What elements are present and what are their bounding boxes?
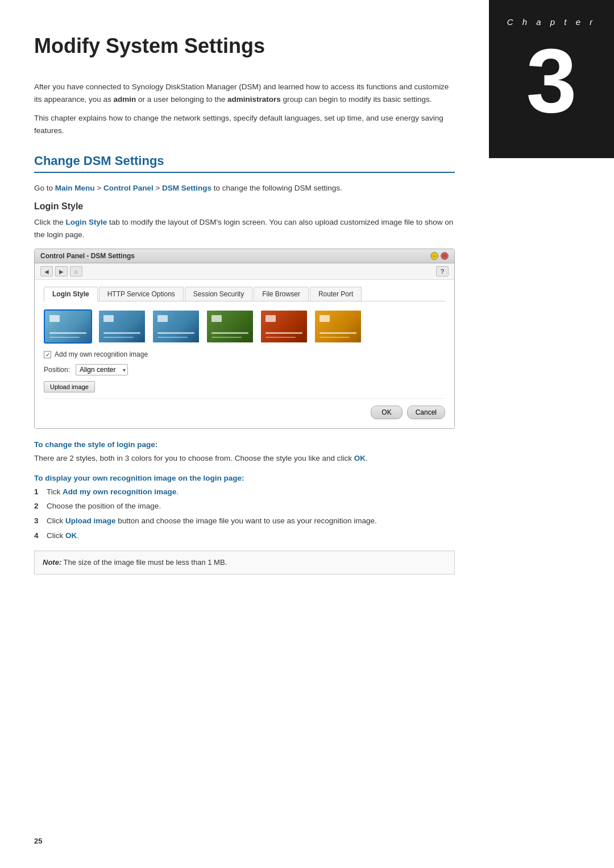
theme-thumb-6[interactable]	[314, 309, 362, 344]
sub-intro-prefix: Click the	[34, 218, 66, 226]
note-box: Note: The size of the image file must be…	[34, 551, 455, 574]
instruction2-heading: To display your own recognition image on…	[34, 474, 455, 482]
dsm-settings-link: DSM Settings	[162, 184, 211, 192]
page-title: Modify System Settings	[34, 34, 455, 58]
intro-text-1c: group can begin to modify its basic sett…	[281, 95, 432, 104]
theme-thumb-5[interactable]	[260, 309, 308, 344]
instruction1-ok-link: OK	[354, 454, 366, 462]
position-select[interactable]: Align center	[76, 364, 128, 375]
steps-list: 1 Tick Add my own recognition image. 2 C…	[34, 486, 455, 542]
step-1-text: Tick Add my own recognition image.	[47, 486, 179, 498]
tab-file-browser[interactable]: File Browser	[254, 287, 309, 301]
theme-thumb-3[interactable]	[152, 309, 200, 344]
cp-back-btn[interactable]: ◀	[40, 266, 53, 276]
upload-button-row: Upload image	[44, 381, 445, 392]
theme-thumb-2[interactable]	[98, 309, 146, 344]
step-2-num: 2	[34, 500, 43, 512]
section-heading: Change DSM Settings	[34, 154, 455, 173]
step-1-bold: Add my own recognition image	[63, 487, 176, 496]
cp-title-text: Control Panel - DSM Settings	[40, 252, 135, 260]
upload-image-button[interactable]: Upload image	[44, 381, 95, 392]
cp-help-btn[interactable]: ?	[436, 266, 449, 276]
section-nav-prefix: Go to	[34, 184, 55, 192]
chapter-number: 3	[526, 35, 577, 126]
step-3: 3 Click Upload image button and choose t…	[34, 515, 455, 527]
cp-titlebar: Control Panel - DSM Settings − ✕	[35, 249, 454, 263]
sub-intro-text: Click the Login Style tab to modify the …	[34, 216, 455, 241]
control-panel-link: Control Panel	[103, 184, 154, 192]
checkbox-label: Add my own recognition image	[55, 350, 148, 358]
instruction1-end: .	[366, 454, 368, 462]
chapter-label: C h a p t e r	[507, 17, 596, 27]
cp-footer: OK Cancel	[44, 398, 445, 419]
step-2: 2 Choose the position of the image.	[34, 500, 455, 512]
position-label: Position:	[44, 366, 70, 374]
cp-navigation: ◀ ▶ ⌂ ?	[35, 263, 454, 280]
step-4-num: 4	[34, 530, 43, 542]
cp-minimize-btn[interactable]: −	[430, 252, 438, 260]
intro-paragraph-2: This chapter explains how to change the …	[34, 112, 455, 137]
theme-thumb-1[interactable]	[44, 309, 92, 344]
step-4-bold: OK	[65, 531, 77, 540]
cp-close-btn[interactable]: ✕	[441, 252, 449, 260]
position-select-wrapper: Align center	[76, 364, 128, 375]
nav-arrow-1: >	[95, 184, 103, 192]
cp-home-btn[interactable]: ⌂	[70, 266, 82, 276]
section-nav-end: to change the following DSM settings.	[211, 184, 342, 192]
step-2-text: Choose the position of the image.	[47, 500, 161, 512]
sub-heading: Login Style	[34, 201, 455, 212]
intro-bold-admin: admin	[114, 95, 136, 104]
step-3-num: 3	[34, 515, 43, 527]
cancel-button[interactable]: Cancel	[407, 406, 445, 419]
intro-bold-administrators: administrators	[227, 95, 281, 104]
theme-thumb-4[interactable]	[206, 309, 254, 344]
nav-arrow-2: >	[154, 184, 162, 192]
note-text: The size of the image file must be less …	[61, 558, 227, 567]
tab-http-service[interactable]: HTTP Service Options	[99, 287, 184, 301]
instruction1-heading: To change the style of login page:	[34, 440, 455, 449]
cp-tabs: Login Style HTTP Service Options Session…	[44, 287, 445, 301]
tab-session-security[interactable]: Session Security	[185, 287, 252, 301]
main-menu-link: Main Menu	[55, 184, 95, 192]
cp-body: Login Style HTTP Service Options Session…	[35, 280, 454, 428]
step-3-bold: Upload image	[65, 516, 116, 525]
instruction1-text: There are 2 styles, both in 3 colors for…	[34, 452, 455, 465]
tab-router-port[interactable]: Router Port	[310, 287, 362, 301]
step-1-num: 1	[34, 486, 43, 498]
login-style-link: Login Style	[66, 218, 107, 226]
note-label: Note:	[43, 558, 61, 567]
chapter-header: C h a p t e r 3	[489, 0, 614, 158]
ok-button[interactable]: OK	[371, 406, 402, 419]
cp-window-controls: − ✕	[430, 252, 449, 260]
control-panel-screenshot: Control Panel - DSM Settings − ✕ ◀ ▶ ⌂ ?…	[34, 249, 455, 429]
cp-theme-images	[44, 309, 445, 344]
instruction1-prefix: There are 2 styles, both in 3 colors for…	[34, 454, 354, 462]
intro-text-1b: or a user belonging to the	[136, 95, 227, 104]
step-4-text: Click OK.	[47, 530, 79, 542]
tab-login-style[interactable]: Login Style	[44, 287, 98, 301]
cp-forward-btn[interactable]: ▶	[55, 266, 68, 276]
step-4: 4 Click OK.	[34, 530, 455, 542]
intro-paragraph-1: After you have connected to Synology Dis…	[34, 81, 455, 105]
recognition-image-checkbox[interactable]: ✓	[44, 351, 51, 358]
step-1: 1 Tick Add my own recognition image.	[34, 486, 455, 498]
section-nav-text: Go to Main Menu > Control Panel > DSM Se…	[34, 182, 455, 195]
page-number: 25	[34, 837, 42, 845]
cp-checkbox-row: ✓ Add my own recognition image	[44, 350, 445, 358]
cp-position-row: Position: Align center	[44, 364, 445, 375]
step-3-text: Click Upload image button and choose the…	[47, 515, 377, 527]
main-content: Modify System Settings After you have co…	[0, 0, 489, 609]
